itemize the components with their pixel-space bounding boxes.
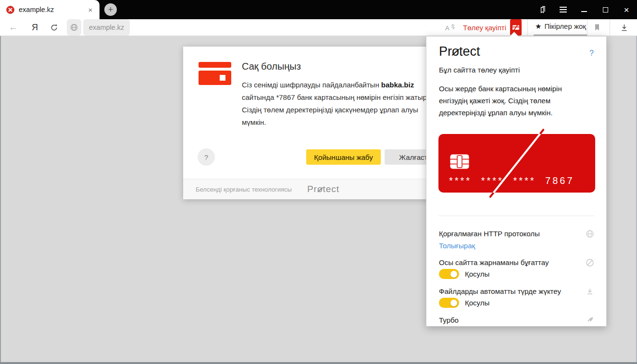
downloads-button[interactable] [620, 19, 628, 36]
tab-title: example.kz [19, 6, 85, 13]
protect-logo: Protect [307, 184, 339, 194]
window-border [0, 362, 637, 364]
card-number: **** **** **** 7867 [449, 175, 575, 186]
hamburger-icon [560, 7, 567, 12]
download-icon [586, 287, 594, 296]
protect-panel: Protect ? Бұл сайтта төлеу қауіпті Осы ж… [426, 36, 607, 327]
svg-text:A: A [445, 24, 450, 32]
star-icon: ★ [535, 22, 541, 31]
close-window-button[interactable]: × [616, 0, 637, 19]
window-border [0, 36, 1, 362]
back-button[interactable]: ← [9, 19, 18, 36]
bookmark-icon [593, 23, 601, 32]
dialog-body: Сіз сенімді шифрлауды пайдаланбайтын bab… [242, 79, 444, 129]
toggle-knob [450, 300, 457, 306]
close-tab-button[interactable]: Қойыншаны жабу [306, 149, 381, 165]
panel-status: Бұл сайтта төлеу қауіпті [439, 66, 520, 74]
dialog-title: Сақ болыңыз [242, 61, 301, 72]
turbo-label: Турбо [439, 316, 459, 324]
reviews-widget[interactable]: ★ Пікірлер жоқ [534, 19, 587, 36]
browser-tab[interactable]: example.kz × [0, 0, 100, 19]
autodownload-toggle-state: Қосулы [465, 299, 489, 307]
dialog-body-text: Сіз сенімді шифрлауды пайдаланбайтын [242, 81, 381, 89]
rocket-icon [586, 316, 594, 325]
minimize-icon [581, 11, 587, 12]
adblock-label: Осы сайтта жарнаманы бұғаттау [439, 258, 549, 267]
translate-icon: A [445, 23, 456, 32]
maximize-icon [603, 7, 608, 12]
footer-text: Белсенді қорғаныс технологиясы [196, 186, 292, 193]
toolbar-separator [527, 19, 528, 36]
error-favicon-icon [6, 6, 14, 14]
yandex-logo[interactable]: Я [32, 19, 38, 36]
more-details-link[interactable]: Толығырақ [439, 242, 475, 250]
reload-icon [50, 24, 58, 32]
protect-logo: Protect [439, 44, 480, 59]
toolbar-separator [587, 19, 587, 36]
address-bar[interactable]: example.kz [83, 19, 130, 36]
site-security-button[interactable] [67, 19, 81, 36]
autodownload-toggle[interactable] [439, 298, 459, 308]
dialog-domain: babka.biz [381, 81, 414, 89]
tab-bar: example.kz × + × [0, 0, 637, 19]
dialog-body-text: сайтында *7867 банк картасының нөмірін е… [242, 93, 441, 126]
titlebar-controls: × [531, 0, 637, 19]
toggle-knob [450, 271, 457, 278]
page-content: Сақ болыңыз Сіз сенімді шифрлауды пайдал… [0, 36, 637, 362]
reload-button[interactable] [50, 19, 58, 36]
adblock-toggle[interactable] [439, 269, 459, 279]
adblock-toggle-state: Қосулы [465, 270, 489, 278]
http-protocol-label: Қорғалмаған HTTP протоколы [439, 230, 540, 238]
divider [438, 216, 594, 216]
adblock-toggle-row: Қосулы [439, 269, 489, 279]
globe-icon [586, 230, 594, 238]
blocked-icon [586, 258, 594, 267]
tab-close-icon[interactable]: × [85, 4, 96, 15]
close-icon: × [624, 5, 629, 14]
side-panel-icon[interactable] [531, 0, 552, 19]
maximize-button[interactable] [595, 0, 616, 19]
globe-icon [70, 24, 78, 31]
dialog-footer: Белсенді қорғаныс технологиясы Protect [183, 179, 455, 199]
browser-toolbar: ← Я example.kz A Төлеу қауіпті ★ Пікірле… [0, 19, 637, 36]
menu-button[interactable] [552, 0, 574, 19]
card-slash-icon [512, 24, 520, 31]
reviews-label: Пікірлер жоқ [544, 22, 586, 30]
autodownload-label: Файлдарды автоматты түрде жүктеу [439, 287, 561, 295]
translate-button[interactable]: A [445, 19, 456, 36]
minimize-button[interactable] [574, 0, 595, 19]
panel-description: Осы жерде банк картасының нөмірін енгізу… [439, 83, 590, 119]
panel-help-link[interactable]: ? [589, 49, 594, 58]
payment-warning-dialog: Сақ болыңыз Сіз сенімді шифрлауды пайдал… [183, 47, 455, 199]
download-icon [620, 24, 628, 32]
card-chip-icon [450, 154, 469, 169]
autodownload-toggle-row: Қосулы [439, 298, 489, 308]
toolbar-separator [610, 19, 610, 36]
payment-warning-label[interactable]: Төлеу қауіпті [463, 19, 506, 36]
dialog-help-button[interactable]: ? [198, 148, 215, 166]
new-tab-button[interactable]: + [104, 3, 117, 16]
bank-card-icon [198, 61, 232, 86]
bookmark-button[interactable] [593, 19, 601, 36]
